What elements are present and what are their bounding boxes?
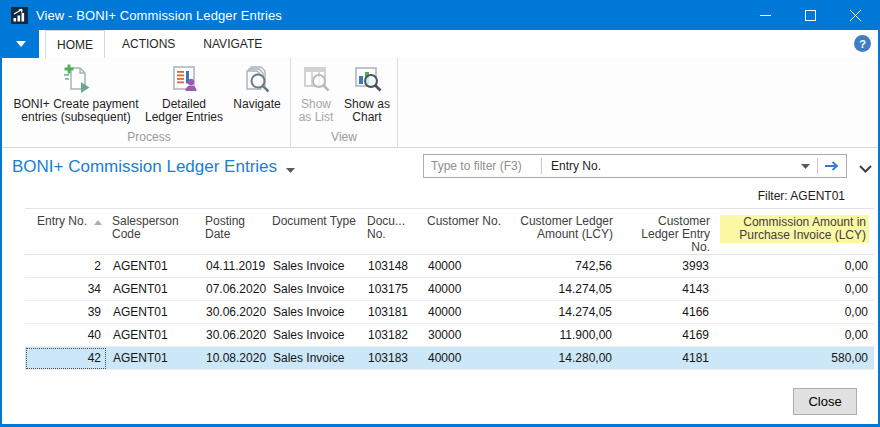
show-as-chart-icon [351, 62, 383, 95]
help-icon[interactable]: ? [854, 35, 871, 56]
table-cell[interactable]: 3993 [618, 255, 715, 278]
apply-filter-arrow-icon[interactable] [818, 161, 846, 171]
table-cell[interactable]: 103183 [362, 347, 422, 370]
table-cell[interactable]: 40000 [422, 347, 512, 370]
detailed-ledger-entries-label: Detailed Ledger Entries [142, 98, 226, 124]
table-cell[interactable]: 39 [25, 301, 107, 324]
tab-actions[interactable]: ACTIONS [111, 30, 186, 58]
table-cell[interactable]: 14.274,05 [512, 278, 618, 301]
table-cell[interactable]: 4169 [618, 324, 715, 347]
table-cell[interactable]: 103182 [362, 324, 422, 347]
table-cell[interactable]: Sales Invoice [267, 324, 362, 347]
table-row[interactable]: 2AGENT0104.11.2019Sales Invoice103148400… [25, 255, 874, 278]
create-payment-entries-label: BONI+ Create payment entries (subsequent… [10, 98, 142, 124]
table-cell[interactable]: AGENT01 [107, 255, 200, 278]
highlighted-column-header-label: Commission Amount in Purchase Invoice (L… [720, 215, 869, 243]
table-row[interactable]: 40AGENT0130.06.2020Sales Invoice10318230… [25, 324, 874, 347]
table-cell[interactable]: 103148 [362, 255, 422, 278]
filter-input[interactable]: Type to filter (F3) [424, 159, 541, 173]
titlebar[interactable]: View - BONI+ Commission Ledger Entries [2, 0, 878, 30]
column-header[interactable]: Commission Amount in Purchase Invoice (L… [715, 209, 874, 255]
window-title: View - BONI+ Commission Ledger Entries [36, 8, 282, 23]
table-cell[interactable]: Sales Invoice [267, 255, 362, 278]
table-cell[interactable]: 34 [25, 278, 107, 301]
maximize-button[interactable] [788, 0, 833, 30]
tab-navigate[interactable]: NAVIGATE [192, 30, 273, 58]
table-cell[interactable]: AGENT01 [107, 347, 200, 370]
table-cell[interactable]: Sales Invoice [267, 278, 362, 301]
ribbon-group-process-label: Process [10, 130, 288, 147]
table-cell[interactable]: 103175 [362, 278, 422, 301]
collapse-chevron-icon[interactable] [859, 159, 872, 177]
detailed-ledger-entries-icon [168, 62, 200, 95]
page-title[interactable]: BONI+ Commission Ledger Entries [12, 155, 295, 178]
column-header[interactable]: Entry No. [25, 209, 107, 255]
table-cell[interactable]: 103181 [362, 301, 422, 324]
table-cell[interactable]: 04.11.2019 [200, 255, 267, 278]
svg-text:?: ? [859, 38, 866, 50]
column-header[interactable]: Customer Ledger Amount (LCY) [512, 209, 618, 255]
table-cell[interactable]: 10.08.2020 [200, 347, 267, 370]
table-cell[interactable]: 4181 [618, 347, 715, 370]
app-menu-button[interactable] [2, 30, 39, 58]
ribbon-group-process: BONI+ Create payment entries (subsequent… [8, 58, 290, 147]
navigate-icon [241, 62, 273, 95]
window-controls [743, 0, 878, 30]
ribbon-group-view-label: View [293, 130, 395, 147]
table-row[interactable]: 42AGENT0110.08.2020Sales Invoice10318340… [25, 347, 874, 370]
table-cell[interactable]: 40000 [422, 255, 512, 278]
table-cell[interactable]: 0,00 [715, 301, 874, 324]
table-cell[interactable]: 4166 [618, 301, 715, 324]
table-cell[interactable]: Sales Invoice [267, 301, 362, 324]
table-cell[interactable]: 30.06.2020 [200, 324, 267, 347]
create-payment-entries-button[interactable]: BONI+ Create payment entries (subsequent… [10, 58, 142, 124]
column-header[interactable]: Document Type [267, 209, 362, 255]
table-cell[interactable]: Sales Invoice [267, 347, 362, 370]
table-cell[interactable]: AGENT01 [107, 324, 200, 347]
page-title-text: BONI+ Commission Ledger Entries [12, 157, 277, 177]
column-header[interactable]: Posting Date [200, 209, 267, 255]
tab-home[interactable]: HOME [45, 30, 105, 58]
table-cell[interactable]: 4143 [618, 278, 715, 301]
table-cell[interactable]: AGENT01 [107, 301, 200, 324]
table-cell[interactable]: 0,00 [715, 255, 874, 278]
column-header[interactable]: Customer No. [422, 209, 512, 255]
table-cell[interactable]: 07.06.2020 [200, 278, 267, 301]
page-content: BONI+ Commission Ledger Entries Type to … [2, 148, 878, 424]
table-cell[interactable]: 580,00 [715, 347, 874, 370]
column-header[interactable]: Docu... No. [362, 209, 422, 255]
table-cell[interactable]: 30000 [422, 324, 512, 347]
table-row[interactable]: 39AGENT0130.06.2020Sales Invoice10318140… [25, 301, 874, 324]
chart-app-icon [11, 7, 28, 24]
filter-status: Filter: AGENT01 [758, 189, 845, 203]
page-title-caret-icon[interactable] [286, 158, 295, 178]
filter-field-selector[interactable]: Entry No. [542, 159, 794, 173]
table-cell[interactable]: 14.280,00 [512, 347, 618, 370]
table-cell[interactable]: 40000 [422, 301, 512, 324]
ribbon: BONI+ Create payment entries (subsequent… [2, 58, 878, 148]
table-cell[interactable]: 11.900,00 [512, 324, 618, 347]
table-cell[interactable]: 14.274,05 [512, 301, 618, 324]
close-window-button[interactable] [833, 0, 878, 30]
column-header[interactable]: Customer Ledger Entry No. [618, 209, 715, 255]
show-as-chart-button[interactable]: Show as Chart [339, 58, 395, 124]
table-cell[interactable]: 42 [25, 347, 107, 370]
detailed-ledger-entries-button[interactable]: Detailed Ledger Entries [142, 58, 226, 124]
navigate-button[interactable]: Navigate [226, 58, 288, 111]
table-cell[interactable]: 30.06.2020 [200, 301, 267, 324]
table-cell[interactable]: 40 [25, 324, 107, 347]
table-cell[interactable]: 0,00 [715, 324, 874, 347]
table-cell[interactable]: 742,56 [512, 255, 618, 278]
table-cell[interactable]: 40000 [422, 278, 512, 301]
show-as-chart-label: Show as Chart [339, 98, 395, 124]
table-cell[interactable]: 0,00 [715, 278, 874, 301]
table-row[interactable]: 34AGENT0107.06.2020Sales Invoice10317540… [25, 278, 874, 301]
show-as-list-button: Show as List [293, 58, 339, 124]
column-header[interactable]: Salesperson Code [107, 209, 200, 255]
filter-field-dropdown-icon[interactable] [794, 164, 817, 169]
table-cell[interactable]: 2 [25, 255, 107, 278]
minimize-button[interactable] [743, 0, 788, 30]
table-cell[interactable]: AGENT01 [107, 278, 200, 301]
filter-box: Type to filter (F3) Entry No. [423, 154, 847, 178]
close-button[interactable]: Close [793, 388, 857, 415]
